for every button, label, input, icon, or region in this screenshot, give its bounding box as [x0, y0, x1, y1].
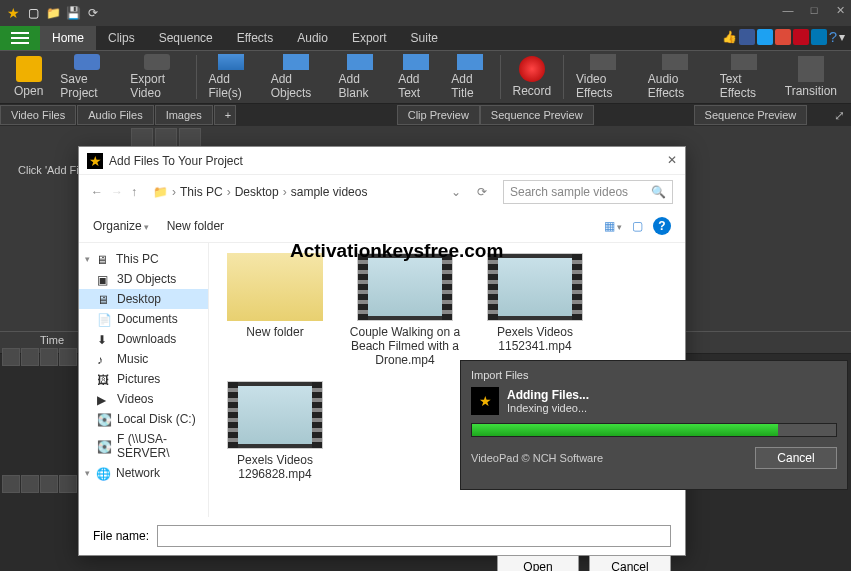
- open-icon[interactable]: 📁: [44, 4, 62, 22]
- sidebar-item-local-disk-c-[interactable]: 💽Local Disk (C:): [79, 409, 208, 429]
- add-files-button[interactable]: Add File(s): [200, 52, 261, 102]
- progress-cancel-button[interactable]: Cancel: [755, 447, 837, 469]
- disk-icon: 💽: [97, 440, 111, 452]
- timeline-btn-2[interactable]: [21, 348, 39, 366]
- file-item[interactable]: New folder: [217, 253, 333, 367]
- bottom-btn-1[interactable]: [2, 475, 20, 493]
- thumbs-up-icon[interactable]: 👍: [722, 30, 737, 44]
- add-objects-button[interactable]: Add Objects: [263, 52, 330, 102]
- menu-clips[interactable]: Clips: [96, 26, 147, 50]
- preview-pane-button[interactable]: ▢: [632, 219, 643, 233]
- sidebar-item-network[interactable]: ▾ 🌐Network: [79, 463, 208, 483]
- menu-home[interactable]: Home: [40, 26, 96, 50]
- menu-suite[interactable]: Suite: [399, 26, 450, 50]
- expand-icon[interactable]: ⤢: [834, 108, 845, 123]
- google-plus-icon[interactable]: [775, 29, 791, 45]
- add-blank-button[interactable]: Add Blank: [331, 52, 390, 102]
- save-icon[interactable]: 💾: [64, 4, 82, 22]
- search-input[interactable]: Search sample videos 🔍: [503, 180, 673, 204]
- tab-images[interactable]: Images: [155, 105, 213, 125]
- organize-button[interactable]: Organize▾: [93, 219, 149, 233]
- sidebar-item-desktop[interactable]: 🖥Desktop: [79, 289, 208, 309]
- record-button[interactable]: Record: [505, 52, 560, 102]
- open-button[interactable]: Open: [6, 52, 51, 102]
- sidebar-item-this-pc[interactable]: ▾ 🖥This PC: [79, 249, 208, 269]
- refresh-icon[interactable]: ⟳: [477, 185, 487, 199]
- file-item[interactable]: Couple Walking on a Beach Filmed with a …: [347, 253, 463, 367]
- grid-view-button[interactable]: [155, 128, 177, 148]
- export-video-button[interactable]: Export Video: [122, 52, 191, 102]
- sidebar-item-videos[interactable]: ▶Videos: [79, 389, 208, 409]
- add-files-dialog: ★ Add Files To Your Project ✕ ← → ↑ 📁 › …: [78, 146, 686, 556]
- twitter-icon[interactable]: [757, 29, 773, 45]
- progress-title: Adding Files...: [507, 388, 589, 402]
- tab-add[interactable]: +: [214, 105, 236, 125]
- file-item[interactable]: Pexels Videos 1296828.mp4: [217, 381, 333, 481]
- open-button[interactable]: Open: [497, 555, 579, 571]
- dropdown-icon[interactable]: ▾: [839, 30, 845, 44]
- dialog-title-bar: ★ Add Files To Your Project ✕: [79, 147, 685, 175]
- breadcrumb[interactable]: 📁 › This PC› Desktop› sample videos: [147, 181, 441, 203]
- linkedin-icon[interactable]: [811, 29, 827, 45]
- timeline-btn-1[interactable]: [2, 348, 20, 366]
- sidebar-item-downloads[interactable]: ⬇Downloads: [79, 329, 208, 349]
- file-name: Pexels Videos 1296828.mp4: [217, 453, 333, 481]
- list-view-button[interactable]: [131, 128, 153, 148]
- view-mode-button[interactable]: ▦▾: [604, 219, 622, 233]
- expand-view-button[interactable]: [179, 128, 201, 148]
- tab-audio-files[interactable]: Audio Files: [77, 105, 153, 125]
- doc-icon: 📄: [97, 313, 111, 325]
- filename-input[interactable]: [157, 525, 671, 547]
- bottom-btn-3[interactable]: [40, 475, 58, 493]
- search-icon: 🔍: [651, 185, 666, 199]
- file-item[interactable]: Pexels Videos 1152341.mp4: [477, 253, 593, 367]
- help-icon[interactable]: ?: [653, 217, 671, 235]
- facebook-icon[interactable]: [739, 29, 755, 45]
- tab-sequence-preview-1[interactable]: Sequence Preview: [480, 105, 594, 125]
- cancel-button[interactable]: Cancel: [589, 555, 671, 571]
- nav-up-icon[interactable]: ↑: [131, 185, 137, 199]
- sidebar-item-3d-objects[interactable]: ▣3D Objects: [79, 269, 208, 289]
- progress-header: Import Files: [471, 369, 837, 381]
- sidebar-item-music[interactable]: ♪Music: [79, 349, 208, 369]
- add-text-button[interactable]: Add Text: [390, 52, 442, 102]
- sidebar-item-pictures[interactable]: 🖼Pictures: [79, 369, 208, 389]
- nav-back-icon[interactable]: ←: [91, 185, 103, 199]
- pic-icon: 🖼: [97, 373, 111, 385]
- tab-video-files[interactable]: Video Files: [0, 105, 76, 125]
- progress-status: Indexing video...: [507, 402, 589, 414]
- transition-button[interactable]: Transition: [777, 52, 845, 102]
- nav-fwd-icon[interactable]: →: [111, 185, 123, 199]
- add-title-button[interactable]: Add Title: [443, 52, 495, 102]
- sidebar-item-f-usa-server-[interactable]: 💽F (\\USA-SERVER\: [79, 429, 208, 463]
- menu-sequence[interactable]: Sequence: [147, 26, 225, 50]
- dialog-close-button[interactable]: ✕: [667, 153, 677, 167]
- menu-effects[interactable]: Effects: [225, 26, 285, 50]
- sidebar-item-documents[interactable]: 📄Documents: [79, 309, 208, 329]
- timeline-btn-4[interactable]: [59, 348, 77, 366]
- tab-sequence-preview-2[interactable]: Sequence Preview: [694, 105, 808, 125]
- audio-effects-button[interactable]: Audio Effects: [640, 52, 711, 102]
- maximize-button[interactable]: □: [807, 4, 821, 18]
- tab-clip-preview[interactable]: Clip Preview: [397, 105, 480, 125]
- video-effects-button[interactable]: Video Effects: [568, 52, 639, 102]
- new-icon[interactable]: ▢: [24, 4, 42, 22]
- hamburger-menu[interactable]: [0, 26, 40, 50]
- refresh-icon[interactable]: ⟳: [84, 4, 102, 22]
- help-icon[interactable]: ?: [829, 28, 837, 45]
- folder-icon: 📁: [153, 185, 168, 199]
- new-folder-button[interactable]: New folder: [167, 219, 224, 233]
- text-effects-button[interactable]: Text Effects: [712, 52, 776, 102]
- bottom-btn-2[interactable]: [21, 475, 39, 493]
- minimize-button[interactable]: —: [781, 4, 795, 18]
- pinterest-icon[interactable]: [793, 29, 809, 45]
- timeline-btn-3[interactable]: [40, 348, 58, 366]
- menu-audio[interactable]: Audio: [285, 26, 340, 50]
- bottom-btn-4[interactable]: [59, 475, 77, 493]
- close-button[interactable]: ✕: [833, 4, 847, 18]
- progress-bar: [471, 423, 837, 437]
- folder-tree: ▾ 🖥This PC▣3D Objects🖥Desktop📄Documents⬇…: [79, 243, 209, 517]
- dropdown-icon[interactable]: ⌄: [451, 185, 461, 199]
- save-project-button[interactable]: Save Project: [52, 52, 121, 102]
- menu-export[interactable]: Export: [340, 26, 399, 50]
